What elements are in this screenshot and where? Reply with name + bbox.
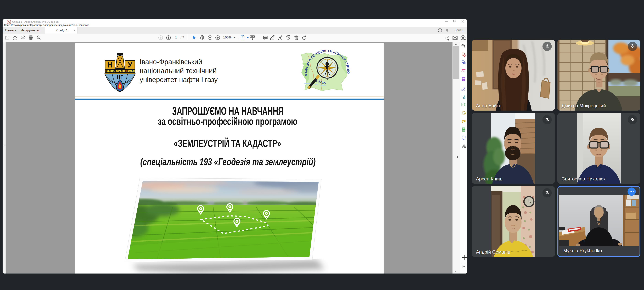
svg-text:N: N [326,56,328,58]
svg-text:E: E [338,67,338,69]
svg-text:Н: Н [107,61,113,69]
svg-text:S: S [327,78,328,80]
svg-text:У: У [128,61,132,69]
svg-text:?: ? [439,29,440,32]
svg-text:i.,: i., [462,79,464,81]
svg-text:ІВАНО-ФРАНКІВСЬК: ІВАНО-ФРАНКІВСЬК [105,70,135,73]
